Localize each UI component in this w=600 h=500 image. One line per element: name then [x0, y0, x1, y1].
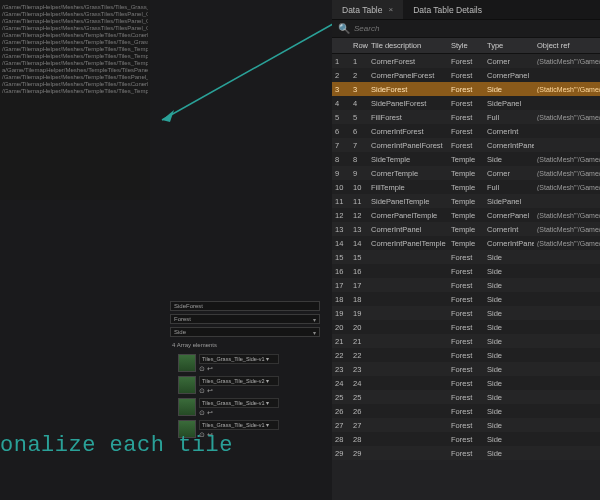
table-row[interactable]: 2323ForestSide — [332, 362, 600, 376]
asset-path[interactable]: /Game/TilemapHelper/Meshes/GrassTiles/Ti… — [2, 4, 148, 11]
array-count-label: 4 Array elements — [172, 342, 217, 348]
table-row[interactable]: 1111SidePanelTempleTempleSidePanel — [332, 194, 600, 208]
asset-path[interactable]: /Game/TilemapHelper/Meshes/TempleTiles/T… — [2, 60, 148, 67]
table-row[interactable]: 1313CornerIntPanelTempleCornerInt(Static… — [332, 222, 600, 236]
mesh-name[interactable]: Tiles_Grass_Tile_Side-v1 ▾ — [199, 398, 279, 408]
asset-path[interactable]: /Game/TilemapHelper/Meshes/GrassTiles/Ti… — [2, 11, 148, 18]
table-row[interactable]: 2424ForestSide — [332, 376, 600, 390]
use-icon[interactable]: ↩ — [207, 365, 213, 373]
asset-path[interactable]: /Game/TilemapHelper/Meshes/TempleTiles/T… — [2, 32, 148, 39]
mesh-name[interactable]: Tiles_Grass_Tile_Side-v2 ▾ — [199, 376, 279, 386]
data-table-panel: Data Table × Data Table Details 🔍 Row Ti… — [332, 0, 600, 500]
table-row[interactable]: 2626ForestSide — [332, 404, 600, 418]
table-row[interactable]: 77CornerIntPanelForestForestCornerIntPan… — [332, 138, 600, 152]
table-row[interactable]: 1212CornerPanelTempleTempleCornerPanel(S… — [332, 208, 600, 222]
table-row[interactable]: 44SidePanelForestForestSidePanel — [332, 96, 600, 110]
array-element[interactable]: Tiles_Grass_Tile_Side-v1 ▾⊙↩ — [178, 352, 320, 374]
table-row[interactable]: 2121ForestSide — [332, 334, 600, 348]
table-row[interactable]: 1010FillTempleTempleFull(StaticMesh'"/Ga… — [332, 180, 600, 194]
table-row[interactable]: 1616ForestSide — [332, 264, 600, 278]
table-row[interactable]: 2727ForestSide — [332, 418, 600, 432]
asset-path[interactable]: /Game/TilemapHelper/Meshes/TempleTiles/T… — [2, 81, 148, 88]
table-row[interactable]: 2222ForestSide — [332, 348, 600, 362]
svg-marker-1 — [162, 110, 174, 122]
use-icon[interactable]: ↩ — [207, 409, 213, 417]
table-row[interactable]: 2525ForestSide — [332, 390, 600, 404]
style-dropdown[interactable]: Forest▾ — [170, 314, 320, 324]
asset-path[interactable]: /Game/TilemapHelper/Meshes/TempleTiles/T… — [2, 88, 148, 95]
tab-bar: Data Table × Data Table Details — [332, 0, 600, 20]
asset-path[interactable]: /Game/TilemapHelper/Meshes/TempleTiles/T… — [2, 53, 148, 60]
table-row[interactable]: 2929ForestSide — [332, 446, 600, 460]
table-row[interactable]: 88SideTempleTempleSide(StaticMesh'"/Game… — [332, 152, 600, 166]
mesh-thumbnail[interactable] — [178, 354, 196, 372]
table-row[interactable]: 1717ForestSide — [332, 278, 600, 292]
type-dropdown[interactable]: Side▾ — [170, 327, 320, 337]
table-row[interactable]: 11CornerForestForestCorner(StaticMesh'"/… — [332, 54, 600, 68]
use-icon[interactable]: ↩ — [207, 387, 213, 395]
mesh-thumbnail[interactable] — [178, 376, 196, 394]
asset-path[interactable]: /Game/TilemapHelper/Meshes/GrassTiles/Ti… — [2, 25, 148, 32]
asset-path[interactable]: /Game/TilemapHelper/Meshes/GrassTiles/Ti… — [2, 18, 148, 25]
chevron-down-icon: ▾ — [313, 329, 316, 336]
table-row[interactable]: 33SideForestForestSide(StaticMesh'"/Game… — [332, 82, 600, 96]
table-row[interactable]: 22CornerPanelForestForestCornerPanel — [332, 68, 600, 82]
asset-path[interactable]: /Game/TilemapHelper/Meshes/TempleTiles/T… — [2, 46, 148, 53]
table-row[interactable]: 55FillForestForestFull(StaticMesh'"/Game… — [332, 110, 600, 124]
annotation-arrow — [150, 10, 350, 130]
search-input[interactable] — [354, 24, 594, 33]
close-icon[interactable]: × — [388, 5, 393, 14]
browse-icon[interactable]: ⊙ — [199, 387, 205, 395]
table-header[interactable]: Row Tile description Style Type Object r… — [332, 38, 600, 54]
table-row[interactable]: 1414CornerIntPanelTempleTempleCornerIntP… — [332, 236, 600, 250]
svg-line-0 — [162, 20, 340, 120]
annotation-text: onalize each tile — [0, 433, 233, 458]
browse-icon[interactable]: ⊙ — [199, 409, 205, 417]
table-row[interactable]: 1919ForestSide — [332, 306, 600, 320]
row-details-panel: SideForest Forest▾ Side▾ 4 Array element… — [170, 300, 320, 440]
table-row[interactable]: 1818ForestSide — [332, 292, 600, 306]
mesh-name[interactable]: Tiles_Grass_Tile_Side-v1 ▾ — [199, 354, 279, 364]
tab-data-table[interactable]: Data Table × — [332, 0, 403, 19]
data-table: Row Tile description Style Type Object r… — [332, 38, 600, 460]
browse-icon[interactable]: ⊙ — [199, 365, 205, 373]
asset-path-list: /Game/TilemapHelper/Meshes/GrassTiles/Ti… — [0, 0, 150, 200]
search-bar[interactable]: 🔍 — [332, 20, 600, 38]
asset-path[interactable]: a/Game/TilemapHelper/Meshes/TempleTiles/… — [2, 67, 148, 74]
array-element[interactable]: Tiles_Grass_Tile_Side-v1 ▾⊙↩ — [178, 396, 320, 418]
table-row[interactable]: 2828ForestSide — [332, 432, 600, 446]
table-row[interactable]: 2020ForestSide — [332, 320, 600, 334]
table-row[interactable]: 99CornerTempleTempleCorner(StaticMesh'"/… — [332, 166, 600, 180]
name-field[interactable]: SideForest — [170, 301, 320, 311]
mesh-thumbnail[interactable] — [178, 398, 196, 416]
array-element[interactable]: Tiles_Grass_Tile_Side-v2 ▾⊙↩ — [178, 374, 320, 396]
table-row[interactable]: 1515ForestSide — [332, 250, 600, 264]
table-row[interactable]: 66CornerIntForestForestCornerInt — [332, 124, 600, 138]
mesh-name[interactable]: Tiles_Grass_Tile_Side-v1 ▾ — [199, 420, 279, 430]
asset-path[interactable]: /Game/TilemapHelper/Meshes/TempleTiles/T… — [2, 74, 148, 81]
search-icon: 🔍 — [338, 23, 350, 34]
tab-data-table-details[interactable]: Data Table Details — [403, 0, 492, 19]
asset-path[interactable]: /Game/TilemapHelper/Meshes/TempleTiles/T… — [2, 39, 148, 46]
chevron-down-icon: ▾ — [313, 316, 316, 323]
